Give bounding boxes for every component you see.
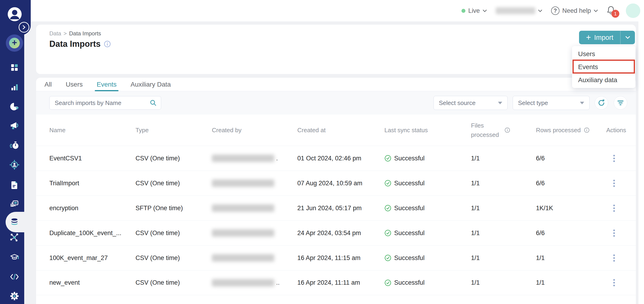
import-type: CSV (One time) [136, 279, 212, 286]
tab-all[interactable]: All [42, 78, 54, 91]
files-processed: 1/1 [471, 230, 536, 237]
redacted-email [212, 154, 274, 162]
import-type: CSV (One time) [136, 155, 212, 162]
search-input[interactable] [55, 100, 150, 106]
page-header-card: Data > Data Imports Data Imports + Impor… [36, 25, 636, 74]
success-check-icon [384, 230, 392, 236]
info-icon[interactable] [104, 40, 111, 48]
rows-processed: 6/6 [536, 155, 606, 162]
import-type: CSV (One time) [136, 230, 212, 237]
sidebar-item-integrations[interactable] [7, 230, 22, 245]
need-help-menu[interactable]: ? Need help [551, 6, 598, 15]
created-by-cell [212, 180, 297, 187]
database-icon [9, 217, 20, 227]
info-icon[interactable] [584, 127, 590, 133]
col-header-last-sync-status: Last sync status [384, 127, 471, 134]
sidebar-item-insights[interactable] [7, 99, 22, 114]
tab-auxiliary-data[interactable]: Auxiliary Data [129, 78, 173, 91]
redacted-project-name [496, 7, 535, 14]
sidebar-item-analytics[interactable] [7, 80, 22, 95]
refresh-button[interactable] [595, 96, 608, 110]
created-by-cell [212, 254, 297, 262]
col-header-files-processed: Files processed [471, 121, 536, 140]
project-selector[interactable] [496, 7, 542, 14]
create-button[interactable]: + [6, 34, 23, 52]
info-icon[interactable] [504, 127, 510, 133]
created-at: 07 Aug 2024, 10:59 am [297, 180, 384, 187]
filter-icon [618, 100, 624, 106]
filter-bar: Select source Select type [36, 91, 636, 114]
created-at: 21 Jun 2024, 05:17 pm [297, 204, 384, 212]
sidebar-item-settings[interactable] [7, 289, 22, 304]
menu-item-users[interactable]: Users [572, 48, 636, 60]
table-header: Name Type Created by Created at Last syn… [36, 114, 636, 146]
need-help-label: Need help [562, 7, 591, 14]
row-actions-menu-button[interactable] [612, 277, 626, 288]
search-icon[interactable] [150, 100, 157, 106]
menu-item-events[interactable]: Events [572, 60, 636, 74]
tab-events[interactable]: Events [95, 78, 118, 91]
select-type-value: Select type [518, 100, 548, 106]
sidebar-expand-button[interactable] [19, 22, 29, 32]
files-processed: 1/1 [471, 279, 536, 286]
import-name: Duplicate_100K_event_... [49, 230, 136, 237]
sidebar-item-campaigns[interactable] [7, 118, 22, 134]
rows-processed: 6/6 [536, 230, 606, 237]
sidebar-item-data-active[interactable] [7, 214, 22, 229]
notifications-button[interactable]: 1 [607, 6, 616, 16]
sidebar-item-content[interactable] [7, 178, 22, 192]
col-header-created-at: Created at [297, 127, 384, 134]
sidebar-item-dashboard[interactable] [7, 60, 22, 75]
search-box [49, 96, 161, 110]
import-type: CSV (One time) [136, 180, 212, 187]
select-source-dropdown[interactable]: Select source [434, 96, 508, 110]
import-button-label: Import [594, 34, 613, 42]
chevron-right-icon [22, 25, 26, 30]
sidebar-item-developer[interactable] [7, 269, 22, 284]
success-check-icon [384, 204, 392, 212]
sidebar-item-journeys[interactable] [7, 138, 22, 153]
chevron-down-icon [594, 10, 598, 12]
menu-item-auxiliary-data[interactable]: Auxiliary data [572, 74, 636, 86]
row-actions-menu-button[interactable] [612, 228, 626, 238]
sidebar-item-academy[interactable] [7, 250, 22, 265]
redacted-email [212, 254, 274, 262]
document-icon [9, 180, 20, 190]
files-processed: 1/1 [471, 155, 536, 162]
select-type-dropdown[interactable]: Select type [513, 96, 590, 110]
import-dropdown-toggle[interactable] [620, 31, 635, 44]
files-processed: 1/1 [471, 204, 536, 212]
import-split-button[interactable]: + Import [579, 31, 635, 44]
scrollbar-track[interactable] [638, 22, 644, 304]
rows-processed: 1/1 [536, 254, 606, 262]
table-row: 100K_event_mar_27 CSV (One time) 16 Apr … [36, 245, 636, 270]
row-actions-menu-button[interactable] [612, 203, 626, 214]
tab-users[interactable]: Users [64, 78, 84, 91]
row-actions-menu-button[interactable] [612, 153, 626, 164]
created-by-cell [212, 229, 297, 237]
select-source-value: Select source [439, 100, 476, 106]
table-row: new_event CSV (One time) .. 16 Apr 2024,… [36, 270, 636, 295]
redacted-email [212, 279, 274, 286]
created-by-cell: .. [212, 279, 297, 286]
code-icon [9, 272, 20, 282]
sync-status: Successful [384, 204, 471, 212]
import-name: EventCSV1 [49, 155, 136, 162]
environment-selector[interactable]: Live [462, 7, 487, 14]
row-actions-menu-button[interactable] [612, 252, 626, 264]
rows-processed: 1/1 [536, 279, 606, 286]
person-target-icon [9, 160, 20, 170]
app-window: Live ? Need help 1 + [0, 0, 644, 304]
filter-button[interactable] [614, 96, 627, 110]
created-by-cell [212, 204, 297, 212]
col-header-name: Name [49, 127, 136, 134]
row-actions-menu-button[interactable] [612, 178, 626, 189]
sidebar-item-audiences[interactable] [7, 157, 22, 172]
rows-processed: 6/6 [536, 180, 606, 187]
breadcrumb-parent[interactable]: Data [49, 30, 61, 37]
success-check-icon [384, 254, 392, 262]
gear-icon [9, 291, 20, 301]
user-avatar[interactable] [626, 4, 640, 18]
sidebar-item-boards[interactable] [7, 197, 22, 212]
refresh-icon [598, 99, 605, 107]
